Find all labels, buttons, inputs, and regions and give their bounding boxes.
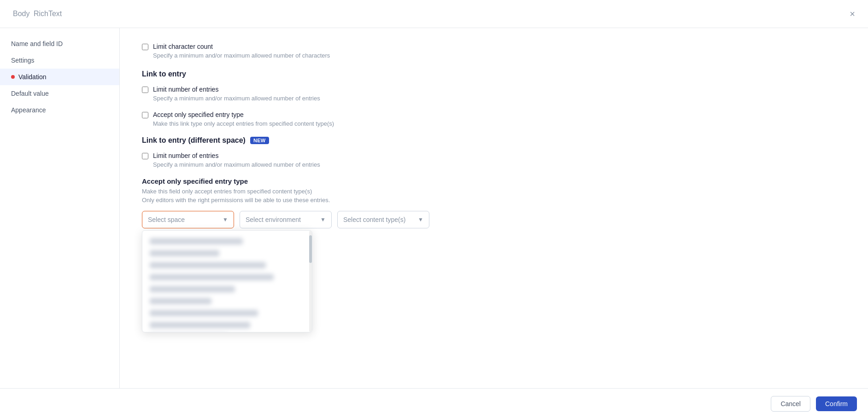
select-environment-label: Select environment — [246, 216, 301, 223]
link-diff-header-row: Link to entry (different space) New — [142, 136, 846, 145]
sidebar-item-settings[interactable]: Settings — [0, 52, 119, 69]
dropdown-scrollbar-thumb — [309, 235, 312, 263]
sidebar-item-default-value[interactable]: Default value — [0, 85, 119, 102]
sidebar-item-name-field[interactable]: Name and field ID — [0, 35, 119, 52]
limit-char-section: Limit character count Specify a minimum … — [142, 43, 846, 59]
select-environment-arrow-icon: ▼ — [320, 216, 326, 223]
select-space-dropdown[interactable]: Select space ▼ — [142, 211, 234, 228]
accept-only-helper2: Only editors with the right permissions … — [142, 197, 846, 204]
limit-char-helper: Specify a minimum and/or maximum allowed… — [153, 52, 846, 59]
select-content-type-arrow-icon: ▼ — [418, 216, 423, 223]
sidebar-item-appearance[interactable]: Appearance — [0, 102, 119, 118]
sidebar: Name and field ID Settings Validation De… — [0, 28, 120, 388]
modal-title-text: Body — [13, 10, 29, 17]
sidebar-item-label: Default value — [11, 90, 49, 97]
select-content-type-dropdown[interactable]: Select content type(s) ▼ — [337, 211, 429, 228]
limit-entries-diff-label: Limit number of entries — [153, 152, 218, 159]
sidebar-item-label: Settings — [11, 57, 35, 64]
limit-entries-row: Limit number of entries — [142, 86, 846, 93]
accept-only-section: Accept only specified entry type Make th… — [142, 177, 846, 228]
limit-entries-checkbox[interactable] — [142, 87, 148, 93]
new-badge: New — [250, 137, 269, 144]
sidebar-item-label: Appearance — [11, 106, 46, 114]
limit-entries-diff-checkbox[interactable] — [142, 153, 148, 159]
sidebar-item-label: Name and field ID — [11, 40, 63, 47]
modal-body: Name and field ID Settings Validation De… — [0, 28, 868, 388]
modal-title: Body RichText — [11, 10, 62, 18]
sidebar-item-label: Validation — [18, 73, 46, 81]
dropdown-row: Select space ▼ Select environment ▼ Sele… — [142, 211, 846, 228]
select-content-type-label: Select content type(s) — [343, 216, 405, 223]
modal-subtitle: RichText — [34, 10, 62, 17]
accept-entry-helper: Make this link type only accept entries … — [153, 120, 846, 127]
limit-char-label: Limit character count — [153, 43, 213, 50]
limit-entries-label: Limit number of entries — [153, 86, 218, 93]
close-button[interactable]: × — [848, 7, 857, 20]
accept-entry-label: Accept only specified entry type — [153, 111, 244, 118]
accept-entry-checkbox[interactable] — [142, 112, 148, 118]
link-to-entry-section: Link to entry Limit number of entries Sp… — [142, 70, 846, 127]
validation-error-icon — [11, 75, 15, 79]
dropdown-scrollbar[interactable] — [309, 231, 312, 332]
select-space-label: Select space — [148, 216, 185, 223]
limit-entries-diff-row: Limit number of entries — [142, 152, 846, 159]
select-space-arrow-icon: ▼ — [223, 216, 228, 223]
limit-char-checkbox[interactable] — [142, 44, 148, 50]
modal-footer: Cancel Confirm — [0, 388, 868, 419]
accept-entry-row: Accept only specified entry type — [142, 111, 846, 118]
sidebar-item-validation[interactable]: Validation — [0, 69, 119, 85]
link-to-entry-title: Link to entry — [142, 70, 846, 78]
select-environment-dropdown[interactable]: Select environment ▼ — [240, 211, 332, 228]
main-content: Limit character count Specify a minimum … — [120, 28, 868, 388]
link-to-entry-diff-section: Link to entry (different space) New Limi… — [142, 136, 846, 168]
modal-header: Body RichText × — [0, 0, 868, 28]
link-diff-title: Link to entry (different space) — [142, 136, 246, 145]
limit-entries-helper: Specify a minimum and/or maximum allowed… — [153, 95, 846, 102]
accept-only-helper1: Make this field only accept entries from… — [142, 188, 846, 195]
dropdown-menu-inner — [142, 231, 312, 332]
modal-wrapper: Body RichText × Name and field ID Settin… — [0, 0, 868, 419]
confirm-button[interactable]: Confirm — [816, 396, 857, 411]
blurred-dropdown-content — [142, 234, 312, 332]
dropdown-menu-space — [142, 230, 312, 332]
limit-entries-diff-helper: Specify a minimum and/or maximum allowed… — [153, 161, 846, 168]
accept-only-title: Accept only specified entry type — [142, 177, 846, 185]
limit-char-row: Limit character count — [142, 43, 846, 50]
cancel-button[interactable]: Cancel — [771, 396, 810, 412]
